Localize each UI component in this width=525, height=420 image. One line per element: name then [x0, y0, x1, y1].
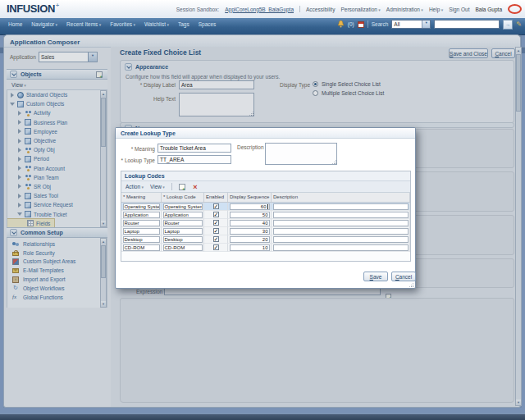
meaning-cell-input[interactable]: Desktop [123, 236, 160, 243]
user-name: Bala Gupta [475, 7, 502, 12]
action-menu[interactable]: Action [126, 184, 144, 189]
table-header-row: * Meaning * Lookup Code Enabled Display … [121, 193, 410, 203]
description-cell-input[interactable] [273, 244, 409, 251]
meaning-cell-input[interactable]: CD-ROM [123, 244, 160, 251]
lookup-code-cell-input[interactable]: Operating System [163, 203, 203, 210]
column-header-lookup-code[interactable]: * Lookup Code [162, 193, 204, 202]
enabled-checkbox[interactable] [213, 236, 219, 242]
session-sandbox-label: Session Sandbox: [176, 7, 219, 12]
lookup-type-input[interactable]: TT_AREA [158, 155, 231, 164]
table-row[interactable]: Router Router 40 [121, 219, 410, 227]
meaning-label: * Meaning [116, 146, 155, 152]
oracle-logo-icon [508, 4, 522, 14]
enabled-checkbox[interactable] [213, 228, 219, 234]
description-label: Description [237, 144, 264, 150]
meaning-cell-input[interactable]: Application [123, 212, 160, 218]
sequence-cell-input[interactable]: 50 [230, 212, 270, 218]
search-label: Search [372, 21, 389, 27]
session-sandbox-link[interactable]: ApplCoreLong5B_BalaGupta [225, 7, 294, 12]
application-window: INFUSION Session Sandbox: ApplCoreLong5B… [0, 0, 525, 420]
personalization-menu[interactable]: Personalization [340, 7, 380, 12]
column-header-meaning[interactable]: * Meaning [121, 193, 162, 202]
nav-home[interactable]: Home [8, 21, 22, 27]
divider [368, 21, 368, 28]
enabled-checkbox[interactable] [213, 203, 219, 209]
description-cell-input[interactable] [273, 236, 409, 243]
description-cell-input[interactable] [273, 203, 409, 210]
lookup-code-cell-input[interactable]: Laptop [163, 228, 203, 235]
nav-watchlist[interactable]: Watchlist [144, 21, 169, 27]
enabled-checkbox[interactable] [213, 212, 219, 217]
column-header-display-sequence[interactable]: Display Sequence [228, 193, 272, 202]
divider [299, 6, 300, 12]
meaning-cell-input[interactable]: Router [123, 220, 160, 226]
sequence-cell-input[interactable]: 30 [230, 228, 270, 235]
notifications-bell-icon[interactable] [337, 21, 345, 28]
nav-tags[interactable]: Tags [178, 21, 189, 27]
table-row[interactable]: Desktop Desktop 20 [121, 235, 410, 244]
chevron-down-icon[interactable] [422, 21, 430, 28]
description-cell-input[interactable] [273, 220, 409, 226]
nav-navigator[interactable]: Navigator [31, 21, 57, 27]
resize-grip-icon[interactable] [332, 160, 336, 164]
sequence-cell-input[interactable]: 20 [230, 236, 270, 243]
lookup-code-cell-input[interactable]: Application [163, 212, 203, 218]
help-menu[interactable]: Help [429, 7, 443, 12]
main-nav-bar: Home Navigator Recent Items Favorites Wa… [0, 18, 525, 35]
notification-count: (0) [348, 21, 354, 27]
new-row-icon[interactable] [179, 184, 185, 190]
meaning-cell-input[interactable]: Laptop [123, 228, 160, 235]
global-header: INFUSION Session Sandbox: ApplCoreLong5B… [0, 0, 525, 19]
column-header-description[interactable]: Description [272, 193, 410, 202]
search-input[interactable] [434, 20, 500, 29]
nav-favorites[interactable]: Favorites [110, 21, 135, 27]
dialog-title: Create Lookup Type [121, 130, 176, 136]
sequence-cell-input[interactable]: 40 [230, 220, 270, 226]
sequence-cell-input[interactable]: 10 [230, 244, 270, 251]
lookup-code-cell-input[interactable]: CD-ROM [163, 244, 203, 251]
sequence-cell-input[interactable]: 60 [230, 203, 270, 210]
administration-menu[interactable]: Administration [386, 7, 423, 12]
enabled-checkbox[interactable] [213, 220, 219, 226]
lookup-codes-header: Lookup Codes [121, 171, 410, 181]
footer-bar [0, 413, 525, 420]
table-row[interactable]: Laptop Laptop 30 [121, 227, 410, 235]
create-lookup-type-dialog: Create Lookup Type * Meaning Trouble Tic… [115, 127, 416, 289]
enabled-checkbox[interactable] [213, 244, 219, 250]
accessibility-link[interactable]: Accessibility [306, 7, 335, 12]
lookup-code-cell-input[interactable]: Desktop [163, 236, 203, 243]
dialog-title-bar: Create Lookup Type [116, 128, 415, 139]
utility-bar: Session Sandbox: ApplCoreLong5B_BalaGupt… [176, 0, 522, 18]
description-cell-input[interactable] [273, 228, 409, 235]
dialog-save-button[interactable]: Save [363, 272, 388, 281]
advanced-search-icon[interactable] [516, 21, 522, 28]
lookup-type-label: * Lookup Type [116, 158, 155, 163]
brand-logo: INFUSION [7, 2, 59, 15]
table-row[interactable]: CD-ROM CD-ROM 10 [121, 244, 410, 252]
column-header-enabled[interactable]: Enabled [204, 193, 228, 202]
sign-out-link[interactable]: Sign Out [449, 7, 469, 12]
view-menu[interactable]: View [150, 184, 165, 189]
calendar-icon[interactable] [358, 21, 364, 28]
description-textarea[interactable] [265, 143, 337, 165]
dialog-resize-grip-icon[interactable] [409, 283, 413, 287]
description-cell-input[interactable] [273, 212, 409, 218]
search-go-button[interactable] [503, 20, 513, 30]
dialog-cancel-button[interactable]: Cancel [391, 272, 416, 281]
table-row[interactable]: Application Application 50 [121, 211, 410, 219]
lookup-codes-group: Lookup Codes Action View * Meaning * Loo… [121, 171, 411, 262]
nav-recent-items[interactable]: Recent Items [66, 21, 101, 27]
meaning-cell-input[interactable]: Operating System [123, 203, 160, 210]
delete-row-icon[interactable] [192, 184, 199, 190]
search-scope-select[interactable]: All [391, 20, 431, 29]
lookup-codes-toolbar: Action View [121, 181, 410, 193]
table-row[interactable]: Operating System Operating System 60 [121, 203, 410, 211]
lookup-code-cell-input[interactable]: Router [163, 220, 203, 226]
meaning-input[interactable]: Trouble Ticket Area [158, 144, 231, 153]
divider [171, 183, 172, 190]
nav-spaces[interactable]: Spaces [199, 21, 217, 27]
